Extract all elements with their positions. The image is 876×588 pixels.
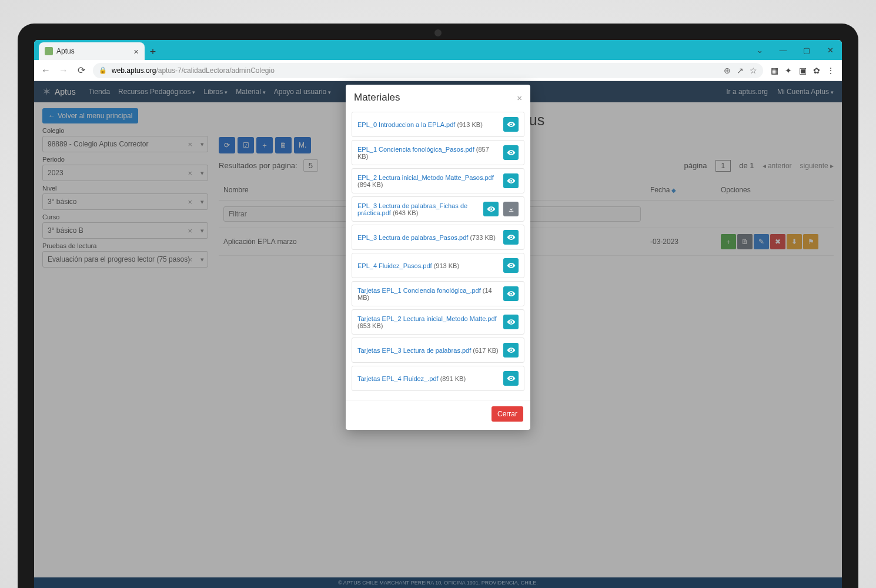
- window-minimize-button[interactable]: —: [771, 40, 795, 60]
- browser-tabbar: Aptus × + ⌄ — ▢ ✕: [34, 40, 842, 60]
- close-tab-icon[interactable]: ×: [133, 46, 139, 56]
- material-item: EPL_3 Lectura de palabras_Fichas de prác…: [352, 196, 524, 222]
- material-item: EPL_4 Fluidez_Pasos.pdf (913 KB): [352, 253, 524, 278]
- download-button[interactable]: [503, 202, 519, 216]
- material-item: Tarjetas EPL_1 Conciencia fonológica_.pd…: [352, 281, 524, 306]
- material-item: Tarjetas EPL_4 Fluidez_.pdf (891 KB): [352, 366, 524, 391]
- browser-toolbar: ← → ⟳ 🔒 web.aptus.org/aptus-7/calidadLec…: [34, 60, 842, 81]
- view-button[interactable]: [503, 286, 519, 301]
- extension-icon[interactable]: ▦: [769, 65, 780, 76]
- laptop-camera: [434, 29, 442, 36]
- modal-close-button[interactable]: Cerrar: [492, 406, 523, 422]
- material-filename: Tarjetas EPL_2 Lectura inicial_Metodo Ma…: [357, 315, 499, 329]
- material-item: Tarjetas EPL_3 Lectura de palabras.pdf (…: [352, 338, 524, 363]
- tab-title: Aptus: [56, 47, 75, 55]
- modal-title: Materiales: [354, 92, 400, 103]
- menu-icon[interactable]: ⋮: [825, 65, 836, 76]
- favicon-icon: [45, 47, 53, 55]
- material-item: EPL_3 Lectura de palabras_Pasos.pdf (733…: [352, 225, 524, 250]
- window-maximize-button[interactable]: ▢: [795, 40, 818, 60]
- url-domain: web.aptus.org: [112, 66, 156, 75]
- material-item: EPL_2 Lectura inicial_Metodo Matte_Pasos…: [352, 168, 524, 193]
- material-item: Tarjetas EPL_2 Lectura inicial_Metodo Ma…: [352, 309, 524, 335]
- new-tab-button[interactable]: +: [145, 44, 161, 60]
- view-button[interactable]: [483, 202, 499, 216]
- view-button[interactable]: [503, 230, 519, 245]
- material-item: EPL_0 Introduccion a la EPLA.pdf (913 KB…: [352, 112, 524, 137]
- material-filename: Tarjetas EPL_4 Fluidez_.pdf (891 KB): [357, 375, 499, 382]
- share-icon[interactable]: ↗: [737, 66, 744, 75]
- extension-icon[interactable]: ▣: [797, 65, 808, 76]
- chevron-down-icon[interactable]: ⌄: [748, 40, 771, 60]
- view-button[interactable]: [503, 145, 519, 160]
- view-button[interactable]: [503, 117, 519, 132]
- zoom-icon[interactable]: ⊕: [724, 66, 731, 75]
- material-filename: EPL_1 Conciencia fonológica_Pasos.pdf (8…: [357, 146, 499, 160]
- material-filename: EPL_0 Introduccion a la EPLA.pdf (913 KB…: [357, 121, 499, 128]
- puzzle-icon[interactable]: ✦: [783, 65, 794, 76]
- material-filename: Tarjetas EPL_1 Conciencia fonológica_.pd…: [357, 287, 499, 301]
- view-button[interactable]: [503, 173, 519, 188]
- address-bar[interactable]: 🔒 web.aptus.org/aptus-7/calidadLectora/a…: [93, 63, 763, 78]
- modal-close-icon[interactable]: ×: [517, 93, 522, 103]
- material-filename: EPL_2 Lectura inicial_Metodo Matte_Pasos…: [357, 174, 499, 188]
- window-close-button[interactable]: ✕: [818, 40, 842, 60]
- forward-button[interactable]: →: [58, 65, 69, 76]
- view-button[interactable]: [503, 258, 519, 273]
- extension-icon[interactable]: ✿: [811, 65, 822, 76]
- browser-tab[interactable]: Aptus ×: [39, 42, 145, 60]
- url-path: /aptus-7/calidadLectora/adminColegio: [156, 66, 274, 75]
- material-filename: EPL_3 Lectura de palabras_Fichas de prác…: [357, 202, 479, 216]
- material-filename: EPL_3 Lectura de palabras_Pasos.pdf (733…: [357, 234, 499, 241]
- lock-icon: 🔒: [99, 66, 107, 74]
- reload-button[interactable]: ⟳: [75, 65, 87, 76]
- back-button[interactable]: ←: [40, 65, 52, 76]
- material-filename: Tarjetas EPL_3 Lectura de palabras.pdf (…: [357, 347, 499, 354]
- material-filename: EPL_4 Fluidez_Pasos.pdf (913 KB): [357, 262, 499, 269]
- view-button[interactable]: [503, 371, 519, 386]
- star-icon[interactable]: ☆: [750, 66, 757, 75]
- view-button[interactable]: [503, 343, 519, 358]
- material-item: EPL_1 Conciencia fonológica_Pasos.pdf (8…: [352, 140, 524, 165]
- materials-modal: Materiales × EPL_0 Introduccion a la EPL…: [346, 85, 530, 430]
- view-button[interactable]: [503, 315, 519, 329]
